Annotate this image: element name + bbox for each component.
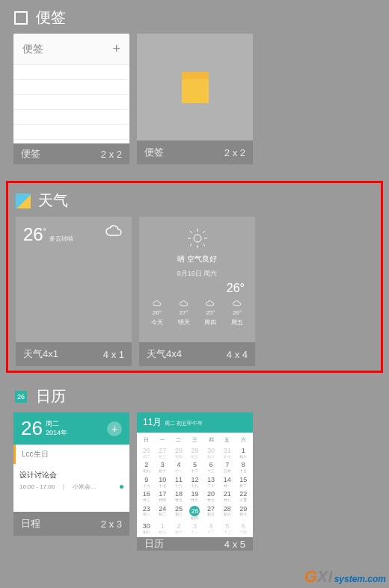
calendar-day: 2初九: [138, 460, 155, 474]
calendar-day: 20廿七: [203, 489, 219, 504]
forecast-day: 26°周五: [231, 300, 243, 327]
widget-label: 便签: [21, 147, 40, 161]
calendar-day: 5十二: [187, 460, 203, 474]
calendar-day: 25初三: [171, 504, 187, 522]
widget-weather-4x1[interactable]: 26° 多云转晴 天气4x1 4 x 1: [16, 217, 132, 366]
calendar-day: 8十五: [235, 460, 251, 474]
section-header-calendar: 26 日历: [0, 379, 389, 412]
widget-schedule[interactable]: 26 周二 2014年 + Lcc生日 设计讨论会 16:00 - 17:00 …: [13, 412, 129, 536]
calendar-day: 28初六: [219, 504, 236, 522]
notes-lines: [13, 65, 129, 143]
calendar-day: 28初四: [171, 446, 187, 460]
dot-icon: [120, 485, 123, 489]
section-header-notes: 便签: [0, 0, 389, 34]
calendar-month: 11月: [143, 416, 162, 429]
calendar-day: 9十六: [138, 475, 155, 489]
calendar-day: 21廿八: [219, 489, 236, 504]
calendar-day: 29初七: [235, 504, 251, 522]
calendar-day: 27初五: [203, 504, 219, 522]
calendar-day: 1初八: [235, 446, 251, 460]
calendar-day: 16廿三: [138, 489, 155, 504]
add-icon: +: [112, 41, 120, 57]
highlight-box: 天气 26° 多云转晴 天气4x1 4 x 1 晴 空气良好 8月16日 周: [6, 181, 383, 373]
notes-icon: [13, 10, 28, 25]
calendar-day: 3十一: [187, 522, 203, 536]
cloud-icon: [105, 224, 124, 242]
calendar-day: 31初七: [219, 446, 236, 460]
calendar-day: 3初十: [155, 460, 171, 474]
widget-size: 4 x 1: [103, 349, 124, 360]
calendar-day: 19廿六: [187, 489, 203, 504]
section-title: 便签: [36, 7, 66, 28]
calendar-day: 4十一: [171, 460, 187, 474]
svg-line-7: [203, 244, 205, 246]
schedule-day: 周二: [46, 420, 67, 429]
calendar-day: 1初九: [155, 522, 171, 536]
calendar-day: 2初十: [171, 522, 187, 536]
forecast-day: 26°今天: [151, 300, 163, 327]
widget-notes-simple[interactable]: 便签 2 x 2: [137, 34, 253, 164]
calendar-weekday: 五: [219, 434, 236, 446]
section-header-weather: 天气: [8, 183, 381, 217]
add-event-icon: +: [107, 421, 122, 436]
calendar-day: 7立冬: [219, 460, 236, 474]
widget-label: 天气4x1: [23, 347, 58, 361]
calendar-day: 5十三: [219, 522, 236, 536]
svg-line-9: [203, 231, 205, 233]
svg-point-1: [194, 235, 201, 242]
event-item: Lcc生日: [13, 445, 129, 464]
calendar-grid: 日一二三四五六26初二27初三28初四29初五30初六31初七1初八2初九3初十…: [137, 433, 253, 537]
widget-size: 2 x 2: [101, 149, 122, 160]
calendar-day: 26初二: [138, 446, 155, 460]
widget-label: 日程: [21, 517, 40, 530]
calendar-day: 18廿五: [171, 489, 187, 504]
svg-rect-0: [15, 12, 27, 24]
notes-header-label: 便签: [22, 43, 43, 56]
forecast-day: 27°明天: [178, 300, 190, 327]
calendar-day: 27初三: [155, 446, 171, 460]
svg-line-8: [190, 244, 192, 246]
schedule-date: 26: [21, 417, 43, 440]
calendar-weekday: 六: [235, 434, 251, 446]
calendar-sub: 周二 初五甲午年: [165, 420, 203, 427]
widget-label: 便签: [144, 146, 164, 159]
widget-size: 2 x 2: [224, 147, 245, 158]
calendar-day: 23初一: [138, 504, 155, 522]
section-title: 天气: [38, 191, 68, 211]
calendar-weekday: 二: [171, 434, 187, 446]
widget-calendar[interactable]: 11月 周二 初五甲午年 日一二三四五六26初二27初三28初四29初五30初六…: [137, 412, 253, 536]
widget-notes-preview[interactable]: 便签 + 便签 2 x 2: [13, 34, 129, 164]
calendar-day: 4十二: [203, 522, 219, 536]
calendar-day: 24初二: [155, 504, 171, 522]
widget-label: 日历: [144, 537, 164, 551]
forecast-day: 25°周四: [204, 300, 216, 327]
calendar-day: 6十四: [235, 522, 251, 536]
widget-size: 2 x 3: [101, 519, 122, 530]
calendar-day: 14廿一: [219, 475, 236, 489]
calendar-day: 15廿二: [235, 475, 251, 489]
weather-date: 8月16日 周六: [144, 269, 251, 279]
weather-condition: 多云转晴: [49, 235, 73, 242]
calendar-day: 22小雪: [235, 489, 251, 504]
calendar-day: 11十八: [171, 475, 187, 489]
svg-line-6: [190, 231, 192, 233]
event-item: 设计讨论会 16:00 - 17:00 ｜ 小米会…: [13, 464, 129, 497]
widget-size: 4 x 5: [224, 539, 245, 550]
calendar-day: 6十三: [203, 460, 219, 474]
calendar-icon: 26: [13, 389, 28, 404]
calendar-day: 17廿四: [155, 489, 171, 504]
calendar-day: 13二十: [203, 475, 219, 489]
calendar-day: 29初五: [187, 446, 203, 460]
calendar-day: 10十七: [155, 475, 171, 489]
calendar-weekday: 四: [203, 434, 219, 446]
widget-label: 天气4x4: [147, 347, 182, 361]
watermark: G XI system.com: [304, 567, 386, 587]
calendar-weekday: 日: [138, 434, 155, 446]
calendar-day: 30初八: [138, 522, 155, 536]
weather-icon: [16, 194, 31, 208]
widget-weather-4x4[interactable]: 晴 空气良好 8月16日 周六 26° 26°今天27°明天25°周四26°周五…: [139, 217, 255, 366]
widget-size: 4 x 4: [227, 349, 248, 360]
section-title: 日历: [36, 386, 66, 406]
temp-value: 26°: [144, 282, 251, 295]
forecast-row: 26°今天27°明天25°周四26°周五: [144, 300, 251, 327]
